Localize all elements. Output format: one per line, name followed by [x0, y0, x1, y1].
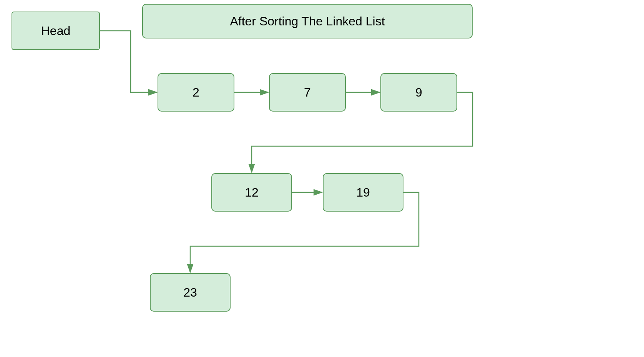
node-12-value: 12 [245, 185, 259, 200]
node-7: 7 [269, 73, 346, 112]
head-node: Head [12, 12, 100, 50]
node-12: 12 [211, 173, 292, 212]
diagram-container: After Sorting The Linked List Head 2 7 9… [0, 0, 644, 357]
node-19: 19 [323, 173, 403, 212]
node-9: 9 [380, 73, 457, 112]
title-box: After Sorting The Linked List [142, 4, 473, 38]
node-7-value: 7 [304, 85, 311, 100]
head-label: Head [41, 24, 71, 38]
node-2: 2 [158, 73, 234, 112]
arrow-head-to-node2 [100, 31, 157, 92]
node-9-value: 9 [415, 85, 422, 100]
node-19-value: 19 [356, 185, 370, 200]
arrows-svg [0, 0, 644, 357]
node-23-value: 23 [183, 285, 197, 300]
node-23: 23 [150, 273, 231, 312]
node-2-value: 2 [193, 85, 199, 100]
title-text: After Sorting The Linked List [230, 14, 385, 28]
